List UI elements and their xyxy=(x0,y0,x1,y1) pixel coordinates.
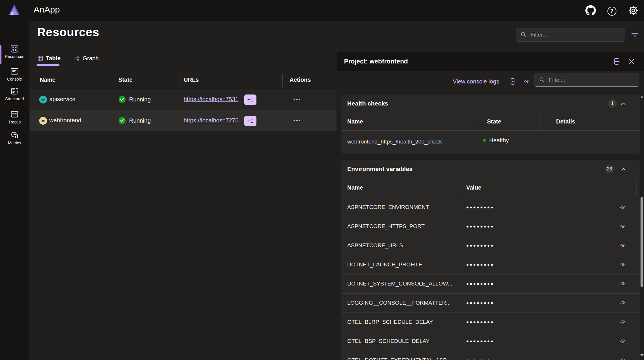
resources-table-header: Name State URLs Actions xyxy=(30,72,337,89)
section-title: Environment variables xyxy=(347,160,413,178)
reveal-value-eye-icon[interactable] xyxy=(619,356,627,360)
health-check-state: ♥ Healthy xyxy=(482,137,509,144)
row-actions-ellipsis-icon[interactable]: ••• xyxy=(291,116,304,125)
sidebar-label: Metrics xyxy=(0,141,29,145)
sidebar-item-resources[interactable]: Resources xyxy=(0,44,29,59)
env-row: DOTNET_LAUNCH_PROFILE ●●●●●●●● xyxy=(341,255,640,274)
collapse-chevron-icon[interactable] xyxy=(620,100,627,107)
env-masked-value: ●●●●●●●● xyxy=(466,243,494,248)
resource-name: apiservice xyxy=(49,96,75,103)
reveal-value-eye-icon[interactable] xyxy=(619,299,627,307)
github-icon[interactable] xyxy=(585,5,596,16)
scrollbar-thumb[interactable] xyxy=(641,197,643,287)
resource-url-link[interactable]: https://localhost:7276 xyxy=(184,117,238,124)
logs-document-icon[interactable] xyxy=(508,77,517,86)
health-state-label: Healthy xyxy=(489,137,509,144)
sidebar-item-metrics[interactable]: Metrics xyxy=(0,130,29,145)
health-count-badge: 1 xyxy=(608,99,617,108)
state-label: Running xyxy=(129,117,151,124)
app-logo-icon xyxy=(8,3,21,17)
env-variable-rows: ASPNETCORE_ENVIRONMENT ●●●●●●●● ASPNETCO… xyxy=(341,198,640,360)
panel-filter-input[interactable] xyxy=(549,77,635,83)
column-header-name: Name xyxy=(40,77,55,83)
details-panel-header: Project: webfrontend xyxy=(337,52,644,71)
sidebar-item-console[interactable]: Console xyxy=(0,67,29,81)
env-name: OTEL_BLRP_SCHEDULE_DELAY xyxy=(347,319,433,325)
scrollbar-up-arrow[interactable] xyxy=(640,96,644,98)
filter-funnel-icon[interactable] xyxy=(629,30,641,40)
unmask-values-eye-icon[interactable] xyxy=(522,77,531,86)
column-divider xyxy=(110,74,110,87)
reveal-value-eye-icon[interactable] xyxy=(619,337,627,345)
env-name: ASPNETCORE_URLS xyxy=(347,242,403,249)
env-row: ASPNETCORE_ENVIRONMENT ●●●●●●●● xyxy=(341,198,640,217)
resources-table: Name State URLs Actions </> apiservice R… xyxy=(30,72,337,131)
env-name: OTEL_BSP_SCHEDULE_DELAY xyxy=(347,338,430,344)
running-check-icon xyxy=(118,117,126,124)
metrics-icon xyxy=(10,130,19,140)
panel-scroll-area: Health checks 1 Name State Details webfr… xyxy=(337,94,644,360)
env-masked-value: ●●●●●●●● xyxy=(466,224,494,229)
resources-filter-input-box xyxy=(516,28,625,41)
sidebar-label: Structured xyxy=(0,97,29,101)
resource-state: Running xyxy=(118,117,151,124)
reveal-value-eye-icon[interactable] xyxy=(619,318,627,326)
resource-url-link[interactable]: https://localhost:7531 xyxy=(184,96,238,103)
column-divider xyxy=(540,115,540,129)
more-urls-badge[interactable]: +1 xyxy=(244,94,256,105)
column-divider xyxy=(282,74,283,87)
header-underline xyxy=(341,130,640,131)
env-masked-value: ●●●●●●●● xyxy=(466,300,494,305)
tab-graph[interactable]: Graph xyxy=(71,55,102,66)
column-header-details: Details xyxy=(556,118,575,125)
env-masked-value: ●●●●●●●● xyxy=(466,262,494,267)
sidebar-item-traces[interactable]: Traces xyxy=(0,110,29,124)
top-bar: AnApp ? xyxy=(0,0,644,21)
close-icon[interactable] xyxy=(627,57,636,66)
more-urls-badge[interactable]: +1 xyxy=(244,116,256,126)
tab-table[interactable]: Table xyxy=(34,55,64,66)
column-divider xyxy=(636,181,636,195)
resources-grid-icon xyxy=(10,44,19,53)
health-checks-section: Health checks 1 Name State Details webfr… xyxy=(341,94,640,154)
column-header-name: Name xyxy=(347,184,363,191)
env-name: LOGGING__CONSOLE__FORMATTER... xyxy=(347,300,451,306)
traces-icon xyxy=(10,110,19,119)
settings-gear-icon[interactable] xyxy=(628,5,639,16)
env-masked-value: ●●●●●●●● xyxy=(466,319,494,324)
column-header-name: Name xyxy=(347,118,363,125)
structured-logs-icon xyxy=(10,86,19,96)
env-masked-value: ●●●●●●●● xyxy=(466,205,494,210)
help-glyph: ? xyxy=(610,8,614,14)
column-header-urls: URLs xyxy=(184,77,199,83)
resources-filter-input[interactable] xyxy=(531,32,621,38)
reveal-value-eye-icon[interactable] xyxy=(619,203,627,211)
section-title: Health checks xyxy=(347,94,388,112)
reveal-value-eye-icon[interactable] xyxy=(619,241,627,250)
resource-state: Running xyxy=(118,96,151,103)
env-row: DOTNET_SYSTEM_CONSOLE_ALLOW... ●●●●●●●● xyxy=(341,274,640,294)
column-header-state: State xyxy=(118,77,133,83)
panel-title: Project: webfrontend xyxy=(344,52,408,71)
env-row: LOGGING__CONSOLE__FORMATTER... ●●●●●●●● xyxy=(341,294,640,313)
sidebar-item-structured[interactable]: Structured xyxy=(0,86,29,101)
row-actions-ellipsis-icon[interactable]: ••• xyxy=(291,95,304,104)
collapse-chevron-icon[interactable] xyxy=(620,166,627,173)
apiservice-project-icon: </> xyxy=(39,96,47,103)
reveal-value-eye-icon[interactable] xyxy=(619,261,627,269)
help-icon[interactable]: ? xyxy=(606,6,617,17)
reveal-value-eye-icon[interactable] xyxy=(619,222,627,230)
split-panel-icon[interactable] xyxy=(612,57,621,66)
app-title: AnApp xyxy=(34,5,60,14)
env-name: DOTNET_LAUNCH_PROFILE xyxy=(347,261,422,268)
reveal-value-eye-icon[interactable] xyxy=(619,280,627,288)
page-title: Resources xyxy=(37,26,99,39)
running-check-icon xyxy=(118,96,126,103)
table-grid-icon xyxy=(37,55,43,61)
env-row: ASPNETCORE_URLS ●●●●●●●● xyxy=(341,236,640,255)
view-console-logs-link[interactable]: View console logs xyxy=(453,78,499,85)
table-row-webfrontend[interactable]: </> webfrontend Running https://localhos… xyxy=(30,110,337,131)
table-row-apiservice[interactable]: </> apiservice Running https://localhost… xyxy=(30,89,337,110)
scrollbar-down-arrow[interactable] xyxy=(640,354,644,357)
active-indicator xyxy=(0,45,1,64)
